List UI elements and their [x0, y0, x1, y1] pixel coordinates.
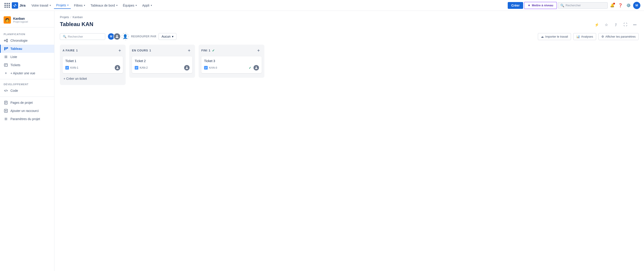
sidebar-item-tickets[interactable]: Tickets	[0, 61, 54, 69]
sidebar-item-settings[interactable]: Paramètres du projet	[0, 115, 54, 123]
task-icon	[135, 66, 138, 70]
board-search-box[interactable]: 🔍 Rechercher	[60, 33, 105, 40]
expand-button[interactable]: ⛶	[622, 21, 629, 28]
code-icon	[4, 88, 8, 93]
svg-line-3	[6, 40, 6, 40]
svg-line-14	[6, 89, 6, 92]
nav-filtres[interactable]: Filtres ▾	[72, 2, 87, 8]
chevron-down-icon: ▾	[67, 4, 68, 6]
chevron-down-icon: ▾	[50, 4, 51, 6]
regrouper-label: REGROUPER PAR	[131, 35, 156, 38]
project-avatar: 🧑	[4, 16, 11, 23]
kanban-card[interactable]: Ticket 3KAN-3✓	[201, 56, 262, 73]
shortcut-icon	[4, 109, 8, 113]
app-switcher-button[interactable]	[4, 2, 11, 9]
card-title: Ticket 3	[204, 59, 259, 63]
svg-point-23	[116, 35, 118, 36]
user-avatar-button[interactable]: M	[633, 2, 640, 9]
sidebar-item-chronologie[interactable]: Chronologie	[0, 36, 54, 45]
lightning-icon: ⚡	[594, 23, 599, 27]
avatar-generic[interactable]	[114, 33, 121, 40]
share-button[interactable]: ⤴	[612, 21, 620, 28]
help-button[interactable]: ❓	[617, 2, 624, 9]
chevron-down-icon: ▾	[136, 4, 137, 6]
sliders-icon: ⚙	[601, 35, 604, 38]
card-avatar[interactable]	[115, 65, 120, 70]
column-count: 1	[76, 49, 78, 52]
card-title: Ticket 1	[65, 59, 120, 63]
chevron-down-icon: ▾	[84, 4, 85, 6]
add-person-icon: 👤	[123, 34, 128, 39]
sidebar-item-add-view[interactable]: + + Ajouter une vue	[0, 69, 54, 77]
svg-rect-6	[6, 47, 6, 49]
lightning-button[interactable]: ⚡	[593, 21, 600, 28]
svg-rect-11	[4, 64, 8, 66]
page-title: Tableau KAN	[60, 21, 94, 27]
section-developpement-label: DÉVELOPPEMENT	[0, 81, 54, 87]
import-icon: ☁	[541, 35, 544, 38]
avatar-group: M 👤	[108, 33, 129, 40]
kanban-card[interactable]: Ticket 2KAN-2	[132, 56, 192, 73]
sidebar: 🧑 Kanban Projet logiciel PLANIFICATION C…	[0, 11, 54, 271]
search-icon: 🔍	[63, 35, 66, 38]
column-count: 1	[150, 49, 151, 52]
chevron-down-icon: ▾	[116, 4, 118, 6]
nav-votre-travail[interactable]: Votre travail ▾	[29, 2, 53, 8]
task-icon	[204, 66, 208, 70]
add-people-button[interactable]: 👤	[122, 33, 129, 40]
sidebar-divider-2	[0, 96, 54, 97]
card-avatar[interactable]	[184, 65, 190, 70]
tickets-icon	[4, 63, 8, 67]
nav-tableaux-de-bord[interactable]: Tableaux de bord ▾	[88, 2, 120, 8]
sidebar-item-shortcut[interactable]: Ajouter un raccourci	[0, 107, 54, 115]
column-title: A FAIRE	[62, 49, 75, 52]
chevron-down-icon: ▾	[172, 35, 174, 38]
logo-text: Jira	[20, 3, 26, 7]
notification-dot	[613, 3, 615, 4]
import-work-button[interactable]: ☁ Importer le travail	[538, 33, 571, 40]
create-button[interactable]: Créer	[508, 2, 523, 9]
column-add-button[interactable]: +	[116, 47, 123, 54]
nav-appli[interactable]: Appli ▾	[140, 2, 154, 8]
pages-icon	[4, 100, 8, 105]
more-options-button[interactable]: •••	[631, 21, 638, 28]
page-header: Tableau KAN ⚡ ☆ ⤴ ⛶ •••	[60, 21, 638, 28]
sidebar-item-pages[interactable]: Pages de projet	[0, 99, 54, 107]
notifications-button[interactable]: 🔔	[609, 2, 616, 9]
card-avatar[interactable]	[254, 65, 259, 70]
settings-button[interactable]: ⚙ Afficher les paramètres	[598, 33, 638, 40]
breadcrumb-kanban[interactable]: Kanban	[72, 15, 83, 19]
svg-line-4	[6, 41, 6, 41]
sidebar-item-tableau[interactable]: Tableau	[0, 45, 54, 53]
list-icon	[4, 55, 8, 59]
board-toolbar: 🔍 Rechercher M 👤 REGROUPER PAR Aucun	[60, 33, 638, 40]
card-title: Ticket 2	[135, 59, 190, 63]
nav-projets[interactable]: Projets ▾	[54, 2, 71, 9]
share-icon: ⤴	[615, 23, 617, 27]
settings-button[interactable]: ⚙️	[625, 2, 632, 9]
column-title: EN COURS	[132, 49, 148, 52]
star-button[interactable]: ☆	[603, 21, 610, 28]
svg-point-24	[117, 67, 118, 68]
kanban-card[interactable]: Ticket 1KAN-1	[62, 56, 123, 73]
search-box[interactable]: 🔍 Rechercher	[558, 2, 608, 8]
sidebar-item-liste[interactable]: Liste	[0, 53, 54, 61]
project-type: Projet logiciel	[13, 20, 28, 23]
column-add-button[interactable]: +	[255, 47, 262, 54]
breadcrumb-projets[interactable]: Projets	[60, 15, 69, 19]
timeline-icon	[4, 38, 8, 43]
column-add-button[interactable]: +	[186, 47, 192, 54]
jira-logo[interactable]: Jira	[12, 2, 26, 8]
svg-rect-5	[4, 47, 5, 50]
column-check-icon: ✓	[212, 49, 215, 52]
analyses-button[interactable]: 📊 Analyses	[573, 33, 596, 40]
sidebar-item-code[interactable]: Code	[0, 87, 54, 95]
create-ticket-button[interactable]: + Créer un ticket	[62, 75, 123, 82]
svg-point-25	[186, 67, 187, 68]
group-by-select[interactable]: Aucun ▾	[158, 33, 176, 40]
upgrade-button[interactable]: ✦ Mettre à niveau	[524, 2, 557, 9]
add-icon: +	[4, 71, 8, 75]
card-issue-key: KAN-3	[209, 66, 217, 69]
nav-equipes[interactable]: Équipes ▾	[121, 2, 139, 8]
page-actions: ⚡ ☆ ⤴ ⛶ •••	[593, 21, 638, 28]
